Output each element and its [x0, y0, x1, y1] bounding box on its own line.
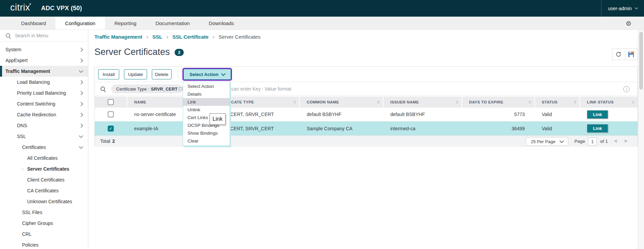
column-header-status[interactable]: STATUS	[535, 97, 579, 108]
sidebar-item-appexpert[interactable]: AppExpert	[0, 55, 88, 66]
total-count: Total2	[100, 138, 115, 144]
page-action-icons	[612, 49, 638, 60]
sidebar-item-crl[interactable]: CRL	[0, 229, 88, 240]
filter-search-bar[interactable]: Certificate Type : SRVR_CERT Cli can ent…	[95, 82, 638, 96]
sort-icon[interactable]	[574, 100, 576, 104]
chevron-down-icon	[79, 134, 83, 138]
link-status-button[interactable]: Link	[587, 110, 608, 119]
filter-chip-certificate-type[interactable]: Certificate Type : SRVR_CERT	[111, 84, 183, 93]
column-header-common-name[interactable]: COMMON NAME	[300, 97, 383, 108]
column-header-link-status[interactable]: LINK STATUS	[580, 97, 638, 108]
tab-downloads[interactable]: Downloads	[199, 17, 244, 30]
table-row-selected[interactable]: ✓ example-IA CERT, SRVR_CERT Sample Comp…	[95, 121, 638, 135]
menu-item-link[interactable]: Link	[183, 98, 230, 106]
sidebar-item-content-switching[interactable]: Content Switching	[0, 98, 88, 109]
chevron-down-icon	[79, 145, 83, 149]
sidebar-item-dns[interactable]: DNS	[0, 120, 88, 131]
table-row[interactable]: ns-server-certificate CERT, SRVR_CERT de…	[95, 108, 638, 121]
sidebar-item-cipher-groups[interactable]: Cipher Groups	[0, 218, 88, 229]
sidebar-item-cache-redirection[interactable]: Cache Redirection	[0, 109, 88, 120]
tab-configuration[interactable]: Configuration	[55, 17, 105, 30]
menu-item-clear[interactable]: Clear	[183, 137, 230, 145]
breadcrumb-ssl[interactable]: SSL	[153, 34, 162, 40]
chevron-right-icon	[79, 47, 83, 52]
tab-reporting[interactable]: Reporting	[105, 17, 146, 30]
link-status-button[interactable]: Link	[587, 124, 608, 133]
primary-nav: Dashboard Configuration Reporting Docume…	[0, 17, 644, 30]
chevron-right-icon	[79, 123, 83, 128]
menu-item-unlink[interactable]: Unlink	[183, 106, 230, 114]
sidebar-search-placeholder: Search in Menu	[15, 33, 48, 38]
scrollbar-thumb[interactable]	[639, 32, 643, 90]
breadcrumb-ssl-certificate[interactable]: SSL Certificate	[172, 34, 208, 40]
breadcrumb: Traffic Management › SSL › SSL Certifica…	[94, 34, 261, 40]
per-page-select[interactable]: 25 Per Page	[526, 137, 568, 146]
update-button[interactable]: Update	[124, 69, 147, 79]
sidebar: Search in Menu System AppExpert Traffic …	[0, 30, 88, 249]
product-name: ADC VPX (50)	[41, 5, 82, 12]
menu-item-select-action[interactable]: Select Action	[183, 82, 230, 90]
sort-icon[interactable]	[293, 100, 296, 104]
sort-icon[interactable]	[529, 100, 531, 104]
table-header: NAME CERTIFICATE TYPE COMMON NAME ISSUER…	[95, 97, 638, 108]
cell-days-to-expire: 5773	[462, 108, 534, 121]
column-header-issuer-name[interactable]: ISSUER NAME	[383, 97, 462, 108]
sidebar-item-load-balancing[interactable]: Load Balancing	[0, 77, 88, 88]
user-name: user-admin	[608, 6, 632, 11]
menu-item-details[interactable]: Details	[183, 90, 230, 98]
sidebar-item-all-certificates[interactable]: All Certificates	[0, 153, 88, 164]
previous-page-icon[interactable]: ◀	[614, 138, 617, 143]
search-icon	[5, 33, 11, 38]
info-icon[interactable]: i	[623, 86, 629, 92]
refresh-icon[interactable]	[612, 49, 625, 60]
sort-icon[interactable]	[377, 100, 380, 104]
sidebar-item-unknown-certificates[interactable]: Unknown Certificates	[0, 196, 88, 207]
citrix-logo: citrix	[10, 2, 30, 13]
table-footer: Total2 25 Per Page Page of 1 ◀ ▶	[95, 135, 638, 147]
sidebar-item-certificates[interactable]: Certificates	[0, 142, 88, 153]
sort-icon[interactable]	[632, 100, 634, 104]
install-button[interactable]: Install	[98, 69, 119, 79]
menu-item-show-bindings[interactable]: Show Bindings	[183, 129, 230, 137]
sidebar-item-ssl-files[interactable]: SSL Files	[0, 207, 88, 218]
server-certificates-panel: Install Update Delete Select Action Cert…	[94, 66, 638, 147]
delete-button[interactable]: Delete	[152, 69, 172, 79]
sidebar-item-traffic-management[interactable]: Traffic Management	[0, 66, 88, 77]
breadcrumb-separator: ›	[166, 34, 168, 39]
chevron-down-icon	[559, 139, 564, 143]
tab-documentation[interactable]: Documentation	[146, 17, 199, 30]
chevron-right-icon	[79, 102, 83, 106]
breadcrumb-traffic-management[interactable]: Traffic Management	[94, 34, 142, 40]
sort-icon[interactable]	[456, 100, 459, 104]
select-action-button[interactable]: Select Action	[183, 69, 231, 80]
select-all-checkbox[interactable]	[108, 99, 114, 105]
sidebar-item-client-certificates[interactable]: Client Certificates	[0, 174, 88, 185]
sidebar-item-server-certificates[interactable]: ☆Server Certificates	[0, 164, 88, 174]
favorite-star-icon: ☆	[20, 167, 24, 172]
sidebar-item-ssl[interactable]: SSL	[0, 131, 88, 142]
row-checkbox[interactable]	[108, 111, 114, 117]
chevron-right-icon	[79, 80, 83, 84]
breadcrumb-separator: ›	[146, 34, 148, 39]
sidebar-item-ca-certificates[interactable]: CA Certificates	[0, 185, 88, 196]
chevron-down-icon	[79, 69, 83, 73]
cell-days-to-expire: 36499	[462, 121, 534, 135]
sidebar-search-input[interactable]: Search in Menu	[0, 30, 88, 42]
tab-dashboard[interactable]: Dashboard	[12, 17, 55, 30]
cell-issuer-name: intermed-ca	[383, 121, 462, 135]
sidebar-item-policies[interactable]: Policies	[0, 240, 88, 249]
sidebar-item-priority-load-balancing[interactable]: Priority Load Balancing	[0, 88, 88, 98]
page-number-input[interactable]	[588, 137, 597, 146]
next-page-icon[interactable]: ▶	[625, 138, 628, 143]
sidebar-item-system[interactable]: System	[0, 44, 88, 55]
settings-gear-icon[interactable]: ⚙	[626, 17, 631, 30]
row-checkbox-checked[interactable]: ✓	[108, 126, 114, 132]
save-config-icon[interactable]	[625, 49, 638, 60]
top-bar: citrix ADC VPX (50) user-admin	[0, 0, 644, 17]
vertical-scrollbar[interactable]	[638, 30, 644, 249]
column-header-days-to-expire[interactable]: DAYS TO EXPIRE	[462, 97, 534, 108]
page-label: Page	[574, 139, 585, 144]
page-title: Server Certificates	[94, 47, 170, 57]
user-menu[interactable]: user-admin	[608, 0, 638, 17]
breadcrumb-current: Server Certificates	[219, 34, 261, 40]
